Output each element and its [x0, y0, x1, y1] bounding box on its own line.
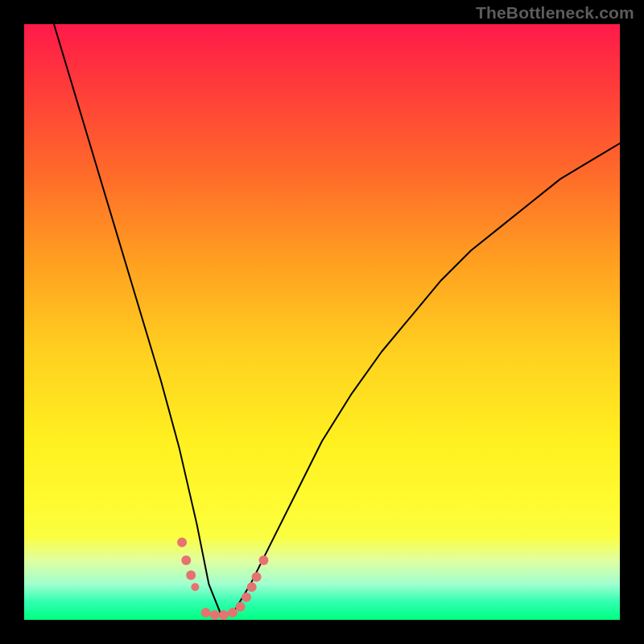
- marker-point: [242, 592, 251, 602]
- marker-point: [210, 610, 220, 620]
- marker-point: [228, 608, 237, 617]
- chart-svg: [24, 24, 620, 620]
- marker-point: [181, 555, 191, 565]
- marker-point: [258, 555, 268, 565]
- watermark-text: TheBottleneck.com: [476, 3, 634, 23]
- data-markers: [177, 538, 268, 620]
- marker-point: [236, 602, 246, 612]
- marker-point: [177, 538, 187, 547]
- marker-point: [247, 582, 257, 592]
- curve-path: [54, 24, 620, 614]
- chart-frame: TheBottleneck.com: [0, 0, 644, 644]
- marker-point: [191, 583, 199, 591]
- marker-point: [219, 610, 229, 620]
- marker-point: [201, 608, 211, 617]
- plot-area: [24, 24, 620, 620]
- bottleneck-curve: [54, 24, 620, 614]
- marker-point: [186, 571, 196, 580]
- marker-point: [252, 572, 262, 582]
